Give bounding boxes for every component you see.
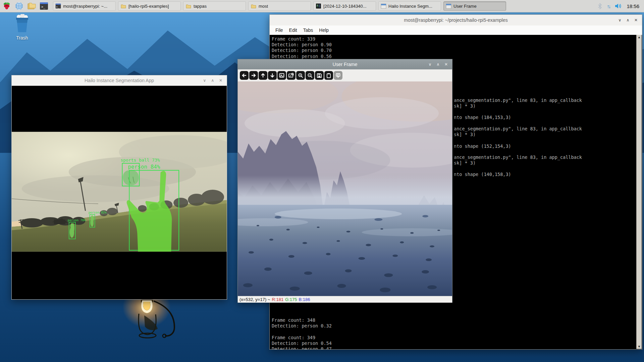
terminal-line: sk] * 3) [454, 103, 476, 109]
arrow-up-icon [260, 72, 266, 78]
chevron-up-icon: ∧ [211, 78, 214, 83]
chevron-down-icon: ∨ [619, 18, 622, 22]
back-button[interactable] [240, 71, 249, 80]
menu-tabs[interactable]: Tabs [300, 27, 316, 33]
taskbar-item-label: [2024-12-10-184340... [323, 4, 367, 9]
chevron-up-icon: ∧ [627, 18, 630, 22]
bluetooth-icon[interactable] [598, 3, 602, 9]
forward-button[interactable] [249, 71, 258, 80]
folder-icon [120, 4, 126, 9]
image-viewer-icon [316, 3, 321, 9]
menu-file[interactable]: File [272, 27, 286, 33]
terminal-line: sk] * 3) [454, 160, 476, 166]
terminal-menubar: File Edit Tabs Help [270, 25, 642, 35]
folder-icon [185, 4, 192, 9]
zoom-out-icon [307, 72, 313, 78]
user-frame-statusbar: (x=532, y=17) ~ R:181 G:175 B:186 [238, 296, 452, 303]
arrow-down-icon [269, 72, 275, 78]
up-button[interactable] [259, 71, 267, 80]
maximize-button[interactable]: ∧ [434, 59, 442, 69]
user-frame-title: User Frame [238, 62, 452, 67]
trash-shortcut[interactable]: Trash [7, 14, 37, 41]
taskbar-item-tappas-folder[interactable]: tappas [183, 1, 246, 11]
detection-label: sports ball 73% [120, 158, 160, 163]
pixel-blue-value: B:186 [299, 297, 310, 302]
close-button[interactable]: ✕ [442, 59, 450, 69]
menu-edit[interactable]: Edit [286, 27, 300, 33]
terminal-line: Frame count: 349 [272, 335, 332, 341]
scroll-down-icon[interactable]: ▼ [637, 345, 642, 348]
terminal-scrollbar[interactable]: ▲ ▼ [636, 35, 642, 349]
network-arrows-icon[interactable]: ↑↓ [607, 3, 610, 9]
taskbar-item-user-frame[interactable]: User Frame [443, 1, 506, 11]
detection-label: person 82% [89, 211, 107, 214]
clock[interactable]: 18:56 [627, 3, 639, 9]
desktop-root: Trash most@raspberrypi: ~/projects/hailo… [0, 0, 644, 362]
taskbar-item-terminal[interactable]: >_ most@raspberrypi: ~... [53, 1, 116, 11]
zoom-out-button[interactable] [306, 71, 314, 80]
arrow-right-icon [251, 72, 257, 78]
menu-help[interactable]: Help [316, 27, 332, 33]
terminal-line: Detection: person 0.90 [272, 42, 332, 48]
segmentation-video-frame: sports ball 73% person 84% person 76% pe… [12, 132, 227, 252]
maximize-button[interactable]: ∧ [624, 15, 632, 25]
maximize-button[interactable]: ∧ [209, 75, 217, 85]
terminal-line: sk] * 3) [454, 132, 476, 137]
terminal-line: Detection: person 0.54 [272, 341, 332, 346]
terminal-launcher-button[interactable]: >_ [38, 1, 50, 11]
scroll-up-icon[interactable]: ▲ [637, 36, 642, 39]
terminal-icon: >_ [55, 3, 61, 9]
shade-button[interactable]: ∨ [426, 59, 434, 69]
trash-icon [13, 14, 31, 33]
original-size-button[interactable] [287, 71, 296, 80]
close-button[interactable]: ✕ [632, 15, 640, 25]
browser-button[interactable] [13, 1, 25, 11]
close-icon: ✕ [219, 78, 222, 83]
raspberry-pi-icon [2, 2, 11, 10]
taskbar-item-hailo-window[interactable]: Hailo Instance Segm... [378, 1, 441, 11]
clipboard-button[interactable] [324, 71, 333, 80]
taskbar-item-image-viewer[interactable]: [2024-12-10-184340... [313, 1, 376, 11]
down-button[interactable] [268, 71, 277, 80]
terminal-line: Detection: person 0.47 [272, 346, 332, 349]
zoom-in-button[interactable] [296, 71, 305, 80]
viewed-image[interactable] [238, 81, 452, 296]
shade-button[interactable]: ∨ [201, 75, 209, 85]
terminal-icon: >_ [40, 2, 48, 10]
terminal-line: ance_segmentation.py", line 83, in app_c… [454, 98, 582, 103]
taskbar-item-hailo-folder[interactable]: [hailo-rpi5-examples] [118, 1, 181, 11]
file-manager-button[interactable] [26, 1, 37, 11]
terminal-titlebar[interactable]: most@raspberrypi: ~/projects/hailo-rpi5-… [270, 15, 642, 26]
pixel-position: (x=532, y=17) ~ [239, 297, 270, 302]
terminal-line: nto shape (140,158,3) [454, 172, 511, 177]
taskbar-item-most-folder[interactable]: most [248, 1, 311, 11]
hailo-titlebar[interactable]: Hailo Instance Segmentation App ∨ ∧ ✕ [12, 75, 227, 86]
fit-window-button[interactable] [277, 71, 286, 80]
taskbar-item-label: Hailo Instance Segm... [388, 4, 432, 9]
image-icon [279, 72, 285, 78]
person-mask [91, 215, 94, 227]
user-frame-titlebar[interactable]: User Frame ∨ ∧ ✕ [238, 59, 452, 69]
hailo-segmentation-window: Hailo Instance Segmentation App ∨ ∧ ✕ [11, 75, 227, 300]
volume-icon[interactable] [614, 3, 622, 9]
terminal-line [272, 329, 332, 335]
print-button[interactable] [334, 71, 342, 80]
taskbar: >_ >_ most@raspberrypi: ~... [hailo-rpi5… [0, 0, 644, 12]
svg-text:>_: >_ [56, 5, 59, 8]
menu-button[interactable] [1, 1, 12, 11]
clipboard-icon [326, 72, 332, 78]
window-icon [381, 4, 386, 9]
close-button[interactable]: ✕ [217, 75, 225, 85]
zoom-in-icon [298, 72, 304, 78]
terminal-line: ance_segmentation.py", line 83, in app_c… [454, 126, 582, 132]
detection-label: person 76% [68, 219, 86, 222]
taskbar-item-label: most@raspberrypi: ~... [63, 4, 107, 9]
terminal-line: nto shape (152,154,3) [454, 143, 511, 149]
window-icon [446, 4, 451, 9]
terminal-line: nto shape (184,153,3) [454, 115, 511, 120]
pixel-red-value: R:181 [272, 297, 283, 302]
floppy-save-icon [316, 72, 322, 78]
chevron-down-icon: ∨ [429, 62, 432, 67]
save-button[interactable] [315, 71, 324, 80]
shade-button[interactable]: ∨ [616, 15, 624, 25]
